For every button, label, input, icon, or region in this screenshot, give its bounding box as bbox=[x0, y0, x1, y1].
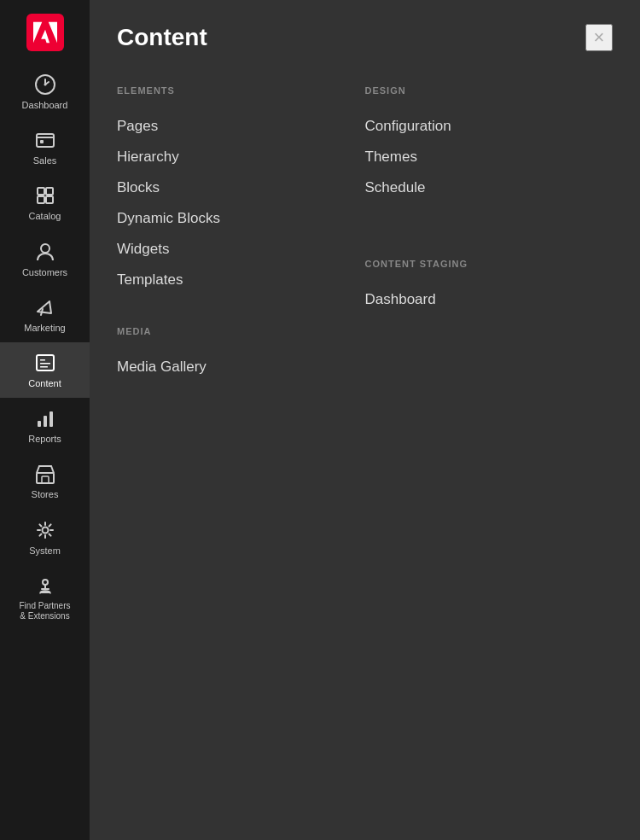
sidebar-item-customers-label: Customers bbox=[22, 267, 67, 278]
customers-icon bbox=[33, 240, 57, 264]
sidebar-item-marketing[interactable]: Marketing bbox=[0, 287, 90, 342]
adobe-logo-icon bbox=[26, 14, 64, 51]
svg-rect-3 bbox=[40, 140, 44, 143]
svg-rect-11 bbox=[40, 363, 50, 365]
svg-rect-17 bbox=[42, 476, 49, 483]
sidebar-item-catalog[interactable]: Catalog bbox=[0, 175, 90, 230]
elements-hierarchy-link[interactable]: Hierarchy bbox=[117, 142, 365, 172]
design-section: DESIGN Configuration Themes Schedule bbox=[365, 85, 614, 203]
design-configuration-link[interactable]: Configuration bbox=[365, 111, 614, 142]
svg-rect-6 bbox=[38, 196, 44, 203]
panel-body: ELEMENTS Pages Hierarchy Blocks Dynamic … bbox=[90, 68, 640, 440]
sidebar-item-stores[interactable]: Stores bbox=[0, 453, 90, 509]
stores-icon bbox=[33, 462, 57, 486]
design-themes-link[interactable]: Themes bbox=[365, 142, 614, 172]
elements-pages-link[interactable]: Pages bbox=[117, 111, 365, 142]
svg-point-8 bbox=[41, 244, 49, 253]
sidebar: Dashboard Sales Catalog bbox=[0, 0, 90, 840]
elements-blocks-link[interactable]: Blocks bbox=[117, 172, 365, 203]
panel-header: Content × bbox=[90, 0, 640, 68]
system-icon bbox=[33, 518, 57, 542]
svg-rect-14 bbox=[44, 416, 47, 427]
sales-icon bbox=[33, 128, 57, 152]
svg-point-1 bbox=[44, 84, 46, 86]
elements-section: ELEMENTS Pages Hierarchy Blocks Dynamic … bbox=[117, 85, 365, 295]
close-button[interactable]: × bbox=[585, 24, 613, 51]
reports-icon bbox=[33, 406, 57, 430]
svg-rect-13 bbox=[38, 421, 41, 427]
sidebar-item-system-label: System bbox=[29, 545, 61, 557]
right-column: DESIGN Configuration Themes Schedule CON… bbox=[365, 85, 614, 413]
content-staging-section-label: CONTENT STAGING bbox=[365, 259, 614, 269]
design-schedule-link[interactable]: Schedule bbox=[365, 172, 614, 203]
dashboard-icon bbox=[33, 73, 57, 96]
svg-rect-4 bbox=[38, 188, 44, 195]
sidebar-item-dashboard[interactable]: Dashboard bbox=[0, 64, 90, 120]
svg-rect-16 bbox=[37, 473, 54, 483]
svg-rect-2 bbox=[37, 134, 54, 147]
sidebar-item-content-label: Content bbox=[28, 378, 61, 389]
media-section: MEDIA Media Gallery bbox=[117, 326, 365, 382]
media-section-label: MEDIA bbox=[117, 326, 365, 336]
marketing-icon bbox=[33, 295, 57, 319]
svg-rect-7 bbox=[46, 196, 53, 203]
svg-rect-12 bbox=[40, 366, 48, 368]
content-panel: Content × ELEMENTS Pages Hierarchy Block… bbox=[90, 0, 640, 840]
svg-rect-5 bbox=[46, 188, 53, 195]
content-icon bbox=[33, 351, 57, 375]
sidebar-item-sales[interactable]: Sales bbox=[0, 120, 90, 175]
sidebar-item-dashboard-label: Dashboard bbox=[22, 100, 68, 111]
sidebar-item-extensions[interactable]: Find Partners& Extensions bbox=[0, 565, 90, 630]
elements-dynamic-blocks-link[interactable]: Dynamic Blocks bbox=[117, 203, 365, 234]
panel-title: Content bbox=[117, 24, 207, 51]
svg-rect-10 bbox=[40, 359, 45, 361]
design-section-label: DESIGN bbox=[365, 85, 614, 96]
sidebar-item-catalog-label: Catalog bbox=[29, 211, 61, 222]
sidebar-item-content[interactable]: Content bbox=[0, 342, 90, 398]
content-staging-dashboard-link[interactable]: Dashboard bbox=[365, 284, 614, 315]
sidebar-logo bbox=[0, 0, 90, 64]
elements-templates-link[interactable]: Templates bbox=[117, 265, 365, 295]
svg-point-18 bbox=[42, 527, 48, 533]
svg-rect-15 bbox=[49, 411, 53, 427]
sidebar-item-extensions-label: Find Partners& Extensions bbox=[19, 601, 70, 621]
left-column: ELEMENTS Pages Hierarchy Blocks Dynamic … bbox=[117, 85, 365, 413]
catalog-icon bbox=[33, 184, 57, 207]
sidebar-item-reports[interactable]: Reports bbox=[0, 398, 90, 453]
media-gallery-link[interactable]: Media Gallery bbox=[117, 352, 365, 382]
sidebar-item-customers[interactable]: Customers bbox=[0, 231, 90, 287]
content-staging-section: CONTENT STAGING Dashboard bbox=[365, 259, 614, 315]
sidebar-item-marketing-label: Marketing bbox=[24, 323, 65, 334]
section-divider bbox=[365, 234, 614, 235]
sidebar-item-system[interactable]: System bbox=[0, 510, 90, 565]
elements-section-label: ELEMENTS bbox=[117, 85, 365, 96]
sidebar-item-sales-label: Sales bbox=[33, 155, 57, 166]
sidebar-item-stores-label: Stores bbox=[32, 489, 59, 500]
extensions-icon bbox=[33, 574, 57, 598]
sidebar-item-reports-label: Reports bbox=[28, 434, 61, 445]
elements-widgets-link[interactable]: Widgets bbox=[117, 234, 365, 265]
